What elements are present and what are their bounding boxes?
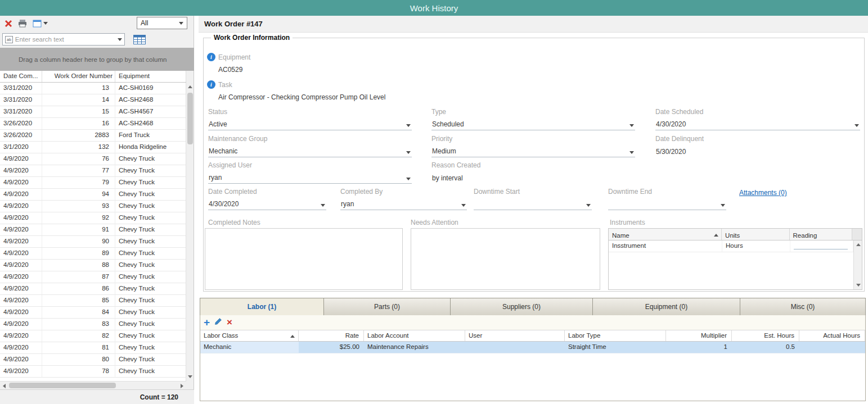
completed-by-combo[interactable]: ryan <box>340 197 467 210</box>
list-vertical-scrollbar[interactable] <box>186 83 194 381</box>
table-row[interactable]: 4/9/2020 92 Chevy Truck <box>0 212 186 224</box>
status-combo[interactable]: Active <box>208 117 412 130</box>
cell-equipment: Chevy Truck <box>115 330 186 342</box>
info-icon[interactable]: i <box>207 53 215 61</box>
column-header-user[interactable]: User <box>465 330 565 341</box>
tab[interactable]: Suppliers (0) <box>451 298 593 316</box>
cell-equipment: Ford Truck <box>115 130 186 141</box>
column-header-date-completed[interactable]: Date Com... <box>0 71 42 82</box>
completed-notes-textarea[interactable] <box>205 228 403 290</box>
tab[interactable]: Misc (0) <box>740 298 866 316</box>
cell-equipment: AC-SH0169 <box>115 83 186 94</box>
table-row[interactable]: 4/9/2020 85 Chevy Truck <box>0 295 186 307</box>
table-row[interactable]: 4/9/2020 84 Chevy Truck <box>0 307 186 319</box>
table-row[interactable]: 3/31/2020 14 AC-SH2468 <box>0 94 186 106</box>
downtime-end-combo[interactable] <box>608 197 726 210</box>
instruments-grid: Name Units Reading Insstrument Hours <box>608 228 862 290</box>
cell-equipment: Chevy Truck <box>115 189 186 200</box>
labor-row[interactable]: Mechanic $25.00 Maintenance Repairs Stra… <box>200 342 865 353</box>
cell-labor-account: Maintenance Repairs <box>364 342 465 353</box>
column-header-labor-type[interactable]: Labor Type <box>565 330 666 341</box>
tab[interactable]: Parts (0) <box>324 298 451 316</box>
instruments-vertical-scrollbar[interactable] <box>853 240 862 289</box>
chevron-down-icon <box>43 22 48 25</box>
cell-date-completed: 4/9/2020 <box>0 295 42 306</box>
export-layout-icon[interactable] <box>33 20 48 28</box>
downtime-start-combo[interactable] <box>474 197 592 210</box>
table-row[interactable]: 4/9/2020 81 Chevy Truck <box>0 342 186 354</box>
column-header-actual-hours[interactable]: Actual Hours <box>799 330 865 341</box>
table-row[interactable]: 4/9/2020 83 Chevy Truck <box>0 319 186 330</box>
status-label: Status <box>208 108 412 117</box>
reason-created-value: by interval <box>431 170 635 184</box>
instrument-row[interactable]: Insstrument Hours <box>609 240 862 252</box>
scrollbar-thumb[interactable] <box>187 93 193 144</box>
table-row[interactable]: 4/9/2020 94 Chevy Truck <box>0 189 186 201</box>
cell-date-completed: 4/9/2020 <box>0 189 42 200</box>
table-row[interactable]: 4/9/2020 87 Chevy Truck <box>0 271 186 283</box>
table-row[interactable]: 4/9/2020 82 Chevy Truck <box>0 330 186 342</box>
chevron-down-icon[interactable] <box>118 38 122 41</box>
column-header-multiplier[interactable]: Multiplier <box>666 330 732 341</box>
scrollbar-thumb[interactable] <box>9 383 116 388</box>
table-row[interactable]: 4/9/2020 90 Chevy Truck <box>0 236 186 248</box>
date-scheduled-combo[interactable]: 4/30/2020 <box>655 117 860 130</box>
table-row[interactable]: 4/9/2020 78 Chevy Truck <box>0 366 186 378</box>
scroll-left-icon[interactable] <box>0 382 8 390</box>
column-header-units[interactable]: Units <box>722 229 789 240</box>
search-box[interactable]: ab <box>2 33 125 46</box>
table-row[interactable]: 4/9/2020 80 Chevy Truck <box>0 354 186 366</box>
priority-combo[interactable]: Medium <box>431 144 635 157</box>
column-header-work-order-number[interactable]: Work Order Number <box>42 71 115 82</box>
reading-input[interactable] <box>794 249 848 249</box>
scroll-right-icon[interactable] <box>178 382 186 390</box>
scroll-up-icon[interactable] <box>854 240 862 249</box>
cell-equipment: Honda Ridgeline <box>115 142 186 153</box>
edit-pencil-icon[interactable] <box>214 317 222 328</box>
scroll-down-icon[interactable] <box>854 281 862 289</box>
list-horizontal-scrollbar[interactable] <box>0 381 186 389</box>
table-row[interactable]: 4/9/2020 79 Chevy Truck <box>0 177 186 189</box>
column-header-est-hours[interactable]: Est. Hours <box>732 330 799 341</box>
table-row[interactable]: 4/9/2020 88 Chevy Truck <box>0 260 186 271</box>
table-row[interactable]: 4/9/2020 77 Chevy Truck <box>0 165 186 177</box>
delete-icon[interactable]: × <box>227 318 232 327</box>
table-row[interactable]: 4/9/2020 89 Chevy Truck <box>0 248 186 260</box>
table-row[interactable]: 3/26/2020 2883 Ford Truck <box>0 130 186 142</box>
group-by-panel[interactable]: Drag a column header here to group by th… <box>0 48 194 71</box>
search-input[interactable] <box>15 36 116 43</box>
cell-instrument-reading[interactable] <box>790 240 853 252</box>
attachments-link[interactable]: Attachments (0) <box>739 189 787 197</box>
column-header-name[interactable]: Name <box>609 229 722 240</box>
type-combo[interactable]: Scheduled <box>431 117 635 130</box>
column-header-labor-class[interactable]: Labor Class <box>200 330 299 341</box>
table-row[interactable]: 3/31/2020 15 AC-SH4567 <box>0 106 186 118</box>
cell-date-completed: 4/9/2020 <box>0 236 42 247</box>
assigned-user-combo[interactable]: ryan <box>208 170 412 184</box>
column-header-reading[interactable]: Reading <box>790 229 853 240</box>
scroll-up-icon[interactable] <box>186 83 194 91</box>
maintenance-group-combo[interactable]: Mechanic <box>208 144 412 157</box>
column-header-labor-account[interactable]: Labor Account <box>364 330 465 341</box>
table-row[interactable]: 4/9/2020 86 Chevy Truck <box>0 283 186 295</box>
info-icon[interactable]: i <box>207 80 215 89</box>
scroll-down-icon[interactable] <box>186 373 194 381</box>
column-header-rate[interactable]: Rate <box>299 330 364 341</box>
print-icon[interactable] <box>18 19 27 28</box>
grid-view-button[interactable] <box>129 32 150 47</box>
tab[interactable]: Labor (1) <box>200 298 324 316</box>
table-row[interactable]: 3/31/2020 13 AC-SH0169 <box>0 83 186 94</box>
tab[interactable]: Equipment (0) <box>593 298 740 316</box>
table-row[interactable]: 3/1/2020 132 Honda Ridgeline <box>0 142 186 153</box>
detail-tabs: Labor (1) Parts (0) Suppliers (0) Equipm… <box>200 298 866 316</box>
needs-attention-textarea[interactable] <box>411 228 600 290</box>
column-header-equipment[interactable]: Equipment <box>115 71 186 82</box>
table-row[interactable]: 4/9/2020 91 Chevy Truck <box>0 224 186 236</box>
table-row[interactable]: 4/9/2020 76 Chevy Truck <box>0 153 186 165</box>
table-row[interactable]: 4/9/2020 93 Chevy Truck <box>0 201 186 212</box>
add-icon[interactable]: + <box>204 317 210 328</box>
list-filter-dropdown[interactable]: All <box>137 17 187 29</box>
table-row[interactable]: 3/26/2020 16 AC-SH2468 <box>0 118 186 130</box>
delete-icon[interactable] <box>5 20 12 28</box>
date-completed-combo[interactable]: 4/30/2020 <box>208 197 326 210</box>
